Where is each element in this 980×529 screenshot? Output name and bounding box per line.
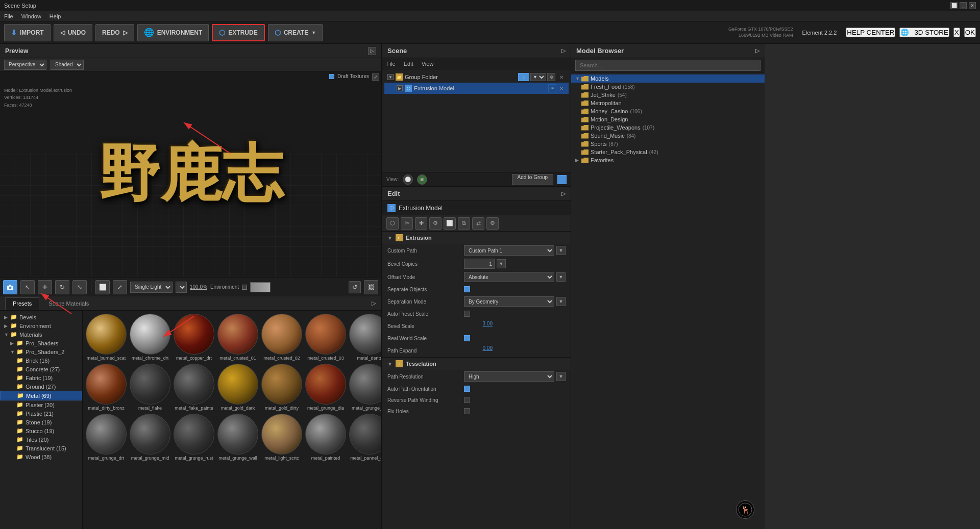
environment-preview[interactable] (250, 282, 271, 292)
mat-item-20[interactable]: metal_pannel_colo (348, 413, 381, 462)
tree-wood[interactable]: 📁 Wood (38) (0, 452, 82, 461)
tesselation-section-header[interactable]: ▼ T Tesselation (382, 358, 571, 370)
edit-tool-settings[interactable]: ⚙ (429, 217, 442, 230)
edit-expand-btn[interactable]: ▷ (561, 190, 566, 197)
mat-item-18[interactable]: metal_light_scrtc (260, 413, 303, 462)
group-settings-btn[interactable]: ⚙ (547, 73, 555, 81)
menu-file[interactable]: File (4, 13, 13, 19)
restore-button[interactable]: ⬜ (950, 2, 958, 9)
mat-item-9[interactable]: metal_flake_painte (173, 363, 215, 412)
browser-expand-btn[interactable]: ▷ (755, 47, 760, 54)
btree-metropolitan[interactable]: Metropolitan (571, 99, 765, 107)
extrusion-section-header[interactable]: ▼ E Extrusion (382, 232, 571, 244)
move-btn[interactable]: ✛ (38, 280, 52, 294)
tree-brick[interactable]: 📁 Brick (16) (0, 356, 82, 365)
bevel-scale-input[interactable]: 3.00 (464, 321, 495, 331)
extrude-button[interactable]: ⬡ EXTRUDE (212, 24, 264, 41)
materials-expand-btn[interactable]: ▷ (372, 300, 376, 307)
separate-objects-checkbox[interactable] (464, 286, 470, 292)
rotate-btn[interactable]: ↻ (55, 280, 69, 294)
auto-preset-scale-checkbox[interactable] (464, 311, 470, 317)
edit-tool-copy[interactable]: ⬜ (444, 217, 456, 230)
light-select[interactable]: Single Light (130, 282, 173, 293)
browser-search-input[interactable] (575, 60, 761, 71)
tree-tiles[interactable]: 📁 Tiles (20) (0, 435, 82, 444)
tree-plastic[interactable]: 📁 Plastic (21) (0, 409, 82, 418)
mat-item-13[interactable]: metal_grunge_dff (348, 363, 381, 412)
path-resolution-dropdown[interactable]: ▼ (556, 372, 566, 381)
edit-tool-more-settings[interactable]: ⚙ (486, 217, 499, 230)
menu-help[interactable]: Help (50, 13, 61, 19)
tree-materials[interactable]: ▼ 📁 Materials (0, 330, 82, 339)
tree-metal[interactable]: 📁 Metal (69) (0, 391, 82, 400)
mat-item-8[interactable]: metal_flake (129, 363, 172, 412)
mat-item-0[interactable]: metal_burned_scat (85, 313, 128, 362)
mat-item-4[interactable]: metal_crusted_02 (260, 313, 303, 362)
tree-stone[interactable]: 📁 Stone (19) (0, 418, 82, 426)
undo-button[interactable]: ◁ UNDO (54, 24, 92, 41)
mat-item-3[interactable]: metal_crusted_01 (216, 313, 259, 362)
tree-plaster[interactable]: 📁 Plaster (20) (0, 400, 82, 409)
import-button[interactable]: ⬇ IMPORT (4, 24, 51, 41)
store-button[interactable]: 🌐 3D STORE (899, 28, 949, 37)
btree-motion-design[interactable]: Motion_Design (571, 115, 765, 123)
btree-projectile-weapons[interactable]: Projectile_Weapons (107) (571, 123, 765, 132)
add-to-group-btn[interactable]: Add to Group (512, 174, 553, 185)
group-folder-toggle[interactable]: ▼ (387, 74, 394, 80)
light-dropdown[interactable]: ▼ (176, 282, 187, 293)
mat-item-15[interactable]: metal_grunge_mid (129, 413, 172, 462)
extrusion-visibility-btn[interactable]: 👁 (548, 84, 556, 92)
btree-sound-music[interactable]: Sound_Music (84) (571, 132, 765, 140)
tree-pro-shaders[interactable]: ▶ 📁 Pro_Shaders (0, 339, 82, 347)
scene-extrusion-model[interactable]: ▶ ⬡ Extrusion Model 👁 ✕ (384, 83, 569, 94)
real-world-scale-checkbox[interactable] (464, 335, 470, 341)
preview-expand-btn[interactable]: ▷ (368, 47, 376, 55)
help-center-button[interactable]: HELP CENTER (846, 28, 895, 37)
bevel-copies-input[interactable]: 1 (464, 259, 495, 269)
scene-expand-btn[interactable]: ▷ (561, 47, 566, 54)
extrusion-close-btn[interactable]: ✕ (557, 84, 566, 92)
tree-concrete[interactable]: 📁 Concrete (27) (0, 365, 82, 373)
perspective-select[interactable]: Perspective (4, 60, 46, 70)
auto-path-orientation-checkbox[interactable] (464, 386, 470, 392)
screenshot-btn[interactable]: 🖼 (364, 280, 378, 294)
edit-tool-mirror[interactable]: ⇄ (472, 217, 484, 230)
close-button[interactable]: ✕ (969, 2, 976, 9)
view-sphere-btn[interactable]: ⚪ (403, 174, 413, 185)
mat-item-12[interactable]: metal_grunge_dia (304, 363, 347, 412)
environment-button[interactable]: 🌐 ENVIRONMENT (137, 24, 209, 41)
btree-models[interactable]: ▼ Models (571, 74, 765, 83)
camera-btn[interactable] (3, 280, 17, 294)
mat-item-19[interactable]: metal_painted (304, 413, 347, 462)
btree-starter-pack[interactable]: Starter_Pack_Physical (42) (571, 148, 765, 156)
view-flat-btn[interactable]: ▣ (417, 174, 427, 185)
btree-sports[interactable]: Sports (87) (571, 140, 765, 148)
mat-item-10[interactable]: metal_gold_dark (216, 363, 259, 412)
environment-checkbox[interactable] (242, 285, 247, 290)
custom-path-select[interactable]: Custom Path 1 (464, 245, 554, 256)
extrusion-model-toggle[interactable]: ▶ (397, 85, 403, 91)
mat-item-1[interactable]: metal_chrome_drt (129, 313, 172, 362)
mat-item-6[interactable]: metal_dents (348, 313, 381, 362)
mat-item-5[interactable]: metal_crusted_03 (304, 313, 347, 362)
shading-select[interactable]: Shaded (51, 60, 84, 70)
btree-favorites[interactable]: ▶ Favorites (571, 156, 765, 164)
btree-jet-strike[interactable]: Jet_Strike (54) (571, 91, 765, 99)
minimize-button[interactable]: _ (960, 2, 967, 9)
zoom-btn[interactable]: ⤢ (113, 280, 127, 294)
mat-item-2[interactable]: metal_copper_drt (173, 313, 215, 362)
scale-btn[interactable]: ⤡ (72, 280, 87, 294)
separation-mode-select[interactable]: By Geometry (464, 296, 554, 307)
mat-item-11[interactable]: metal_gold_dirty (260, 363, 303, 412)
mat-item-16[interactable]: metal_grunge_rust (173, 413, 215, 462)
group-visibility-btn[interactable]: 1 (518, 73, 529, 81)
mat-item-17[interactable]: metal_grunge_wall (216, 413, 259, 462)
group-color-swatch[interactable] (557, 175, 567, 184)
separation-mode-dropdown[interactable]: ▼ (556, 297, 566, 306)
ok-button[interactable]: OK (964, 28, 976, 37)
btree-fresh-food[interactable]: Fresh_Food (158) (571, 83, 765, 91)
redo-button[interactable]: REDO ▷ (95, 24, 134, 41)
edit-tool-multiselect[interactable]: ⧉ (458, 217, 470, 230)
scene-materials-tab[interactable]: Scene Materials (41, 300, 96, 307)
reverse-path-winding-checkbox[interactable] (464, 397, 470, 403)
